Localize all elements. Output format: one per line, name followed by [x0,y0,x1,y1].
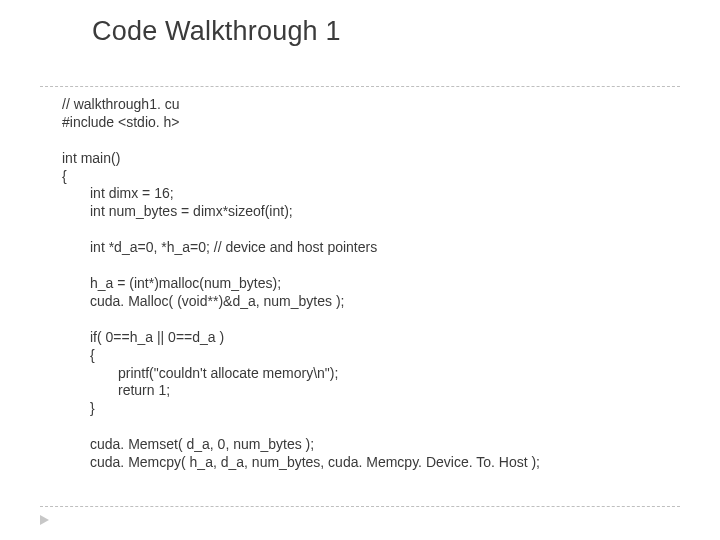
code-line: int num_bytes = dimx*sizeof(int); [90,203,293,219]
code-line: // walkthrough1. cu [62,96,180,112]
page-title: Code Walkthrough 1 [92,16,341,47]
code-line: if( 0==h_a || 0==d_a ) [90,329,224,345]
code-line: return 1; [118,382,170,398]
divider-bottom [40,506,680,507]
code-line: #include <stdio. h> [62,114,180,130]
code-line: { [90,347,95,363]
code-line: } [90,400,95,416]
code-line: int main() [62,150,120,166]
code-line: int *d_a=0, *h_a=0; // device and host p… [90,239,377,255]
code-line: cuda. Memset( d_a, 0, num_bytes ); [90,436,314,452]
code-line: h_a = (int*)malloc(num_bytes); [90,275,281,291]
code-line: int dimx = 16; [90,185,174,201]
code-line: { [62,168,67,184]
code-line: cuda. Memcpy( h_a, d_a, num_bytes, cuda.… [90,454,540,470]
code-line: cuda. Malloc( (void**)&d_a, num_bytes ); [90,293,344,309]
code-block: // walkthrough1. cu #include <stdio. h> … [62,78,540,472]
bullet-icon [40,515,49,525]
slide: Code Walkthrough 1 // walkthrough1. cu #… [0,0,720,540]
code-line: printf("couldn't allocate memory\n"); [118,365,338,381]
